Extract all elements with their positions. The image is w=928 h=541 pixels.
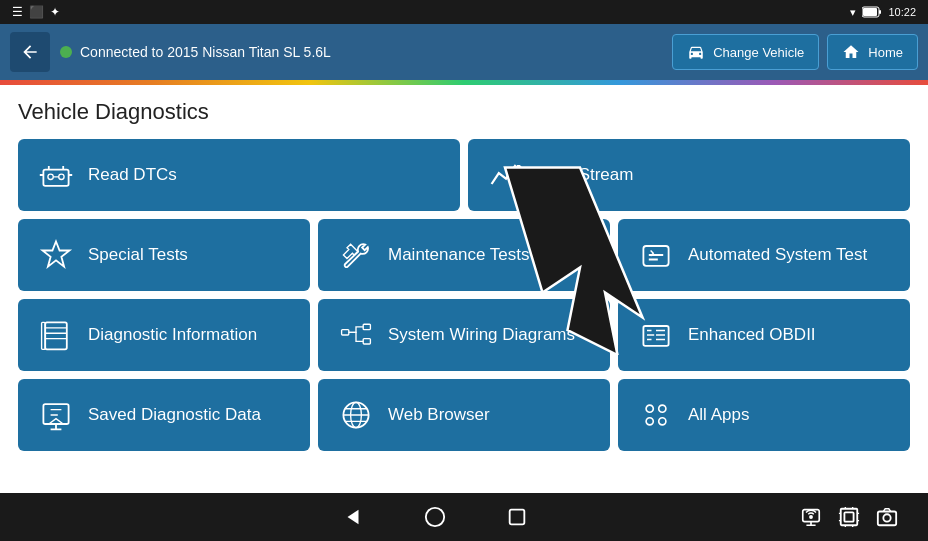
svg-rect-3 (43, 170, 68, 186)
button-grid: Read DTCs Data Stream Special Tests (18, 139, 910, 451)
book-icon (38, 317, 74, 353)
page-title: Vehicle Diagnostics (18, 99, 910, 125)
svg-marker-22 (348, 510, 359, 525)
auto-test-icon (638, 237, 674, 273)
car-icon (687, 43, 705, 61)
main-content: Vehicle Diagnostics Read DTCs (0, 85, 928, 493)
svg-rect-12 (363, 339, 370, 344)
data-stream-button[interactable]: Data Stream (468, 139, 910, 211)
back-button[interactable] (10, 32, 50, 72)
svg-marker-6 (43, 242, 70, 267)
svg-rect-11 (363, 324, 370, 329)
home-icon (842, 43, 860, 61)
connection-text: Connected to 2015 Nissan Titan SL 5.6L (80, 44, 331, 60)
obdii-icon (638, 317, 674, 353)
maintenance-tests-label: Maintenance Tests (388, 245, 529, 265)
screenshot-icon (838, 506, 860, 528)
change-vehicle-label: Change Vehicle (713, 45, 804, 60)
wrench-icon (338, 237, 374, 273)
saved-diagnostic-data-button[interactable]: Saved Diagnostic Data (18, 379, 310, 451)
bottom-nav-center (342, 506, 528, 528)
svg-rect-10 (342, 330, 349, 335)
connected-dot (60, 46, 72, 58)
system-wiring-diagrams-label: System Wiring Diagrams (388, 325, 575, 345)
svg-point-19 (646, 418, 653, 425)
svg-point-20 (659, 418, 666, 425)
svg-rect-2 (879, 10, 881, 14)
system-wiring-diagrams-button[interactable]: System Wiring Diagrams (318, 299, 610, 371)
all-apps-label: All Apps (688, 405, 749, 425)
menu-icon: ☰ (12, 5, 23, 19)
svg-point-30 (883, 514, 890, 521)
globe-icon (338, 397, 374, 433)
diagnostic-information-label: Diagnostic Information (88, 325, 257, 345)
special-tests-label: Special Tests (88, 245, 188, 265)
connection-status: Connected to 2015 Nissan Titan SL 5.6L (60, 44, 662, 60)
svg-point-4 (48, 174, 53, 179)
notification-icon: ⬛ (29, 5, 44, 19)
engine-icon (38, 157, 74, 193)
status-bar: ☰ ⬛ ✦ ▾ 10:22 (0, 0, 928, 24)
svg-rect-9 (42, 322, 46, 349)
home-label: Home (868, 45, 903, 60)
svg-point-5 (59, 174, 64, 179)
back-nav-button[interactable] (342, 506, 364, 528)
web-browser-label: Web Browser (388, 405, 490, 425)
special-tests-button[interactable]: Special Tests (18, 219, 310, 291)
status-left: ☰ ⬛ ✦ (12, 5, 60, 19)
svg-rect-27 (841, 509, 858, 526)
camera-button[interactable] (876, 506, 898, 528)
enhanced-obdii-label: Enhanced OBDII (688, 325, 816, 345)
svg-point-17 (646, 405, 653, 412)
diagnostic-wifi-icon (800, 506, 822, 528)
svg-rect-13 (643, 326, 668, 346)
grid-row-3: Diagnostic Information System Wiring Dia… (18, 299, 910, 371)
web-browser-button[interactable]: Web Browser (318, 379, 610, 451)
home-button[interactable]: Home (827, 34, 918, 70)
home-circle-icon (424, 506, 446, 528)
top-nav: Connected to 2015 Nissan Titan SL 5.6L C… (0, 24, 928, 80)
read-dtcs-label: Read DTCs (88, 165, 177, 185)
saved-diagnostic-data-label: Saved Diagnostic Data (88, 405, 261, 425)
chart-icon (488, 157, 524, 193)
all-apps-button[interactable]: All Apps (618, 379, 910, 451)
svg-rect-1 (863, 8, 877, 16)
all-apps-icon (638, 397, 674, 433)
svg-rect-28 (844, 512, 853, 521)
save-data-icon (38, 397, 74, 433)
camera-icon (876, 506, 898, 528)
wiring-icon (338, 317, 374, 353)
nav-buttons: Change Vehicle Home (672, 34, 918, 70)
back-arrow-icon (20, 42, 40, 62)
automated-system-test-label: Automated System Test (688, 245, 867, 265)
read-dtcs-button[interactable]: Read DTCs (18, 139, 460, 211)
svg-rect-24 (510, 510, 525, 525)
time-display: 10:22 (888, 6, 916, 18)
svg-rect-14 (43, 404, 68, 424)
square-nav-icon (506, 506, 528, 528)
automated-system-test-button[interactable]: Automated System Test (618, 219, 910, 291)
diagnostic-information-button[interactable]: Diagnostic Information (18, 299, 310, 371)
svg-point-26 (810, 516, 812, 518)
status-right: ▾ 10:22 (850, 6, 916, 19)
recents-nav-button[interactable] (506, 506, 528, 528)
home-nav-button[interactable] (424, 506, 446, 528)
bottom-nav-right (800, 506, 898, 528)
star-icon (38, 237, 74, 273)
back-triangle-icon (342, 506, 364, 528)
change-vehicle-button[interactable]: Change Vehicle (672, 34, 819, 70)
battery-icon (862, 6, 882, 18)
svg-point-18 (659, 405, 666, 412)
svg-point-23 (426, 508, 444, 526)
wifi-signal-icon: ▾ (850, 6, 856, 19)
grid-row-2: Special Tests Maintenance Tests Automate… (18, 219, 910, 291)
screenshot-button[interactable] (838, 506, 860, 528)
bottom-nav-bar (0, 493, 928, 541)
grid-row-1: Read DTCs Data Stream (18, 139, 910, 211)
enhanced-obdii-button[interactable]: Enhanced OBDII (618, 299, 910, 371)
star-status-icon: ✦ (50, 5, 60, 19)
diagnostic-wifi-button[interactable] (800, 506, 822, 528)
grid-row-4: Saved Diagnostic Data Web Browser All Ap… (18, 379, 910, 451)
maintenance-tests-button[interactable]: Maintenance Tests (318, 219, 610, 291)
data-stream-label: Data Stream (538, 165, 633, 185)
